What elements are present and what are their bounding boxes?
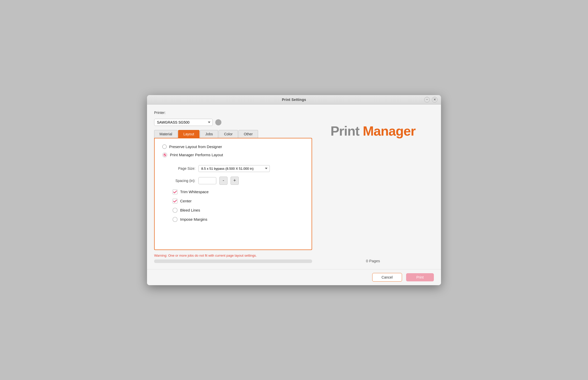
title-bar: Print Settings − ✕ [147,95,441,104]
window-controls: − ✕ [424,97,437,102]
center-label: Center [180,199,192,203]
radio-preserve-label: Preserve Layout from Designer [169,145,222,149]
close-button[interactable]: ✕ [432,97,437,102]
printer-label: Printer: [154,111,166,115]
window-title: Print Settings [282,98,306,102]
tab-material[interactable]: Material [154,130,178,138]
spacing-minus-button[interactable]: - [219,177,228,185]
tab-color[interactable]: Color [219,130,238,138]
page-size-label: Page Size: [167,166,195,171]
spacing-row: Spacing (in): 0.0 - + [167,177,304,185]
minimize-button[interactable]: − [424,97,430,102]
page-size-select[interactable]: 8.5 x 51 bypass (8.500 X 51.000 in) Lett… [198,165,270,172]
radio-preserve-layout[interactable]: Preserve Layout from Designer [162,145,304,149]
right-panel: Print Manager 0 Pages [312,111,434,263]
trim-whitespace-label: Trim Whitespace [180,190,209,194]
impose-margins-label: Impose Margins [180,217,207,221]
layout-content-box: Preserve Layout from Designer Print Mana… [154,138,312,250]
spacing-label: Spacing (in): [167,179,195,183]
window-body: Printer: SAWGRASS SG500 Other Printer Ma… [147,104,441,269]
svg-point-4 [173,208,177,213]
spacing-input[interactable]: 0.0 [198,177,216,184]
left-panel: Printer: SAWGRASS SG500 Other Printer Ma… [154,111,312,263]
tabs-bar: Material Layout Jobs Color Other [154,130,312,138]
trim-whitespace-checked-icon [172,189,178,194]
brand-logo: Print Manager [330,123,416,139]
printer-select[interactable]: SAWGRASS SG500 Other Printer [154,119,213,126]
print-button[interactable]: Print [406,273,434,281]
checkboxes-section: Trim Whitespace Center Bleed Line [172,189,304,222]
printer-select-wrap: SAWGRASS SG500 Other Printer [154,119,312,126]
radio-preserve-input[interactable] [162,145,167,149]
radio-checked-icon [162,152,167,158]
impose-margins-item[interactable]: Impose Margins [172,217,304,222]
page-size-row: Page Size: 8.5 x 51 bypass (8.500 X 51.0… [167,165,304,172]
printer-row: Printer: [154,111,312,115]
trim-whitespace-item[interactable]: Trim Whitespace [172,189,304,194]
tab-jobs[interactable]: Jobs [200,130,218,138]
bleed-lines-icon [172,208,178,213]
impose-margins-icon [172,217,178,222]
bleed-lines-label: Bleed Lines [180,208,200,212]
bleed-lines-item[interactable]: Bleed Lines [172,208,304,213]
cancel-button[interactable]: Cancel [372,273,402,282]
tab-other[interactable]: Other [238,130,258,138]
brand-manager: Manager [363,124,416,138]
footer-buttons: Cancel Print [372,273,434,282]
brand-print: Print [330,124,359,138]
layout-radio-group: Preserve Layout from Designer Print Mana… [162,145,304,158]
printer-status-dot [215,119,221,125]
print-settings-window: Print Settings − ✕ Printer: SAWGRASS SG5… [147,95,441,285]
center-checked-icon [172,199,178,204]
spacing-plus-button[interactable]: + [231,177,239,185]
pages-label: 0 Pages [366,182,380,263]
radio-print-manager[interactable]: Print Manager Performs Layout [162,152,304,158]
tab-layout[interactable]: Layout [178,130,199,138]
footer: Cancel Print [147,269,441,285]
svg-point-5 [173,217,177,222]
warning-text: Warning: One or more jobs do not fit wit… [154,254,312,257]
progress-bar [154,259,312,263]
center-item[interactable]: Center [172,199,304,204]
radio-print-manager-label: Print Manager Performs Layout [170,153,223,157]
